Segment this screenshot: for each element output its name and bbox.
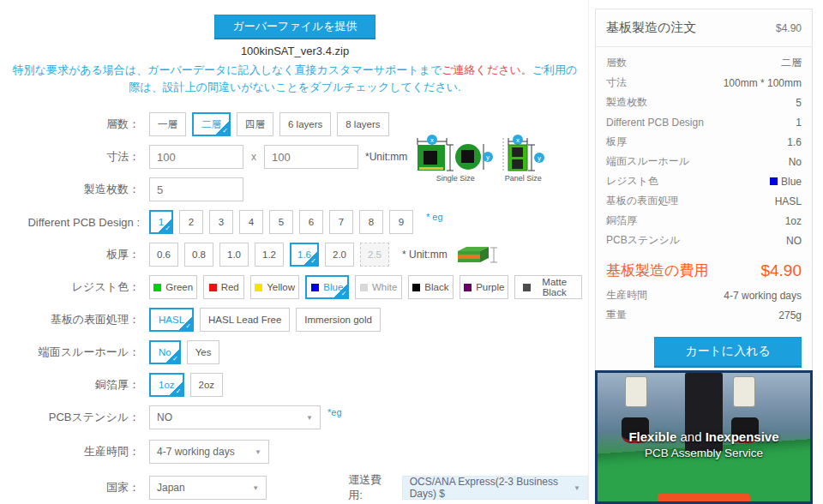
- color-option-red[interactable]: Red: [203, 275, 244, 299]
- country-select-value: Japan: [157, 482, 185, 494]
- design-eg-link[interactable]: * eg: [426, 212, 443, 222]
- ad-cta-button[interactable]: [658, 494, 750, 504]
- thickness-option-25: 2.5: [360, 243, 389, 267]
- thickness-option-20[interactable]: 2.0: [325, 243, 354, 267]
- country-label: 国家：: [0, 480, 149, 495]
- design-option-6[interactable]: 6: [299, 210, 323, 234]
- design-option-4[interactable]: 4: [239, 210, 263, 234]
- green-swatch: [153, 284, 161, 291]
- gerber-upload-button[interactable]: ガーバーファイルを提供: [214, 15, 375, 39]
- order-cost-value: $4.90: [760, 261, 802, 280]
- design-option-1[interactable]: 1: [149, 210, 173, 234]
- row-thickness: 板厚： 0.6 0.8 1.0 1.2 1.6 2.0 2.5 * Unit:m…: [0, 243, 588, 267]
- copper-option-2oz[interactable]: 2oz: [190, 373, 224, 397]
- red-swatch: [209, 284, 217, 291]
- order-summary-card: 基板製造の注文 $4.90 層数二層 寸法100mm * 100mm 製造枚数5…: [595, 9, 813, 379]
- svg-text:x: x: [516, 136, 520, 144]
- chevron-down-icon: ▼: [252, 484, 259, 492]
- order-cost-row: 基板製造の費用 $4.90: [596, 252, 812, 284]
- layers-option-4[interactable]: 四層: [237, 112, 273, 136]
- ad-machine-head-right: [733, 376, 755, 407]
- notice-contact-text: ご連絡ください。: [442, 63, 532, 76]
- svg-text:y: y: [486, 153, 490, 161]
- design-option-2[interactable]: 2: [179, 210, 203, 234]
- size-unit-label: *Unit:mm: [365, 151, 407, 163]
- shipping-select[interactable]: OCS/ANA Express(2-3 Business Days) $ ▼: [402, 476, 588, 500]
- finish-option-hasl-lead-free[interactable]: HASL Lead Free: [200, 308, 290, 332]
- leadtime-select-value: 4-7 working days: [157, 446, 235, 458]
- content-divider: [588, 0, 589, 504]
- size-height-input[interactable]: [264, 145, 358, 169]
- layers-option-2[interactable]: 二層: [192, 112, 231, 136]
- row-castellated-holes: 端面スルーホール： No Yes: [0, 340, 588, 364]
- summary-row-stencil: PCBステンシルNO: [606, 231, 802, 250]
- add-to-cart-button[interactable]: カートに入れる: [654, 337, 802, 366]
- quantity-input[interactable]: [149, 177, 243, 201]
- layers-option-8[interactable]: 8 layers: [337, 112, 388, 136]
- summary-row-weight: 重量275g: [606, 305, 802, 325]
- black-swatch: [412, 284, 420, 291]
- stencil-select[interactable]: NO ▼: [149, 405, 321, 429]
- summary-row-castellated: 端面スルーホールNo: [606, 152, 802, 171]
- purple-swatch: [464, 284, 472, 291]
- quantity-label: 製造枚数：: [0, 182, 149, 197]
- blue-swatch: [770, 177, 778, 185]
- panel-size-caption: Panel Size: [500, 174, 546, 183]
- chevron-down-icon: ▼: [574, 484, 580, 492]
- surface-finish-label: 基板の表面処理：: [0, 312, 149, 327]
- shipping-select-value: OCS/ANA Express(2-3 Business Days) $: [410, 476, 565, 500]
- thickness-option-12[interactable]: 1.2: [255, 243, 284, 267]
- order-card-header: 基板製造の注文 $4.90: [596, 9, 812, 47]
- design-option-5[interactable]: 5: [269, 210, 293, 234]
- thickness-option-16[interactable]: 1.6: [290, 243, 319, 267]
- country-select[interactable]: Japan ▼: [149, 476, 267, 500]
- design-count-label: Different PCB Design :: [0, 216, 149, 229]
- ad-subheadline: PCB Assembly Service: [598, 447, 810, 459]
- finish-option-immersion-gold[interactable]: Immersion gold: [296, 308, 381, 332]
- thickness-unit-label: * Unit:mm: [402, 249, 448, 261]
- pcb-assembly-ad-banner[interactable]: Flexible and Inexpensive PCB Assembly Se…: [595, 370, 813, 504]
- castellated-option-no[interactable]: No: [149, 340, 181, 364]
- thickness-option-08[interactable]: 0.8: [184, 243, 213, 267]
- finish-option-hasl[interactable]: HASL: [149, 308, 194, 332]
- design-option-9[interactable]: 9: [389, 210, 413, 234]
- thickness-label: 板厚：: [0, 247, 149, 262]
- castellated-label: 端面スルーホール：: [0, 345, 149, 360]
- color-option-black[interactable]: Black: [408, 275, 454, 299]
- stencil-eg-link[interactable]: *eg: [327, 407, 342, 417]
- color-option-purple[interactable]: Purple: [460, 275, 508, 299]
- design-option-7[interactable]: 7: [329, 210, 353, 234]
- layers-option-6[interactable]: 6 layers: [279, 112, 331, 136]
- row-stencil: PCBステンシル： NO ▼ *eg: [0, 405, 588, 429]
- svg-text:y: y: [538, 154, 541, 162]
- single-size-figure: x y Single Size: [416, 133, 495, 183]
- color-option-blue[interactable]: Blue: [305, 275, 349, 299]
- summary-row-leadtime: 生産時間4-7 working days: [606, 285, 802, 305]
- summary-row-layers: 層数二層: [606, 53, 802, 73]
- row-size: 寸法： x *Unit:mm x: [0, 145, 588, 169]
- row-solder-color: レジスト色： Green Red Yellow Blue White Black…: [0, 275, 588, 299]
- stencil-label: PCBステンシル：: [0, 410, 149, 425]
- size-width-input[interactable]: [149, 145, 243, 169]
- notice-text-before: 特別な要求がある場合は、ガーバーデータに記入しなく直接カスタマーサポートまで: [13, 63, 442, 76]
- color-option-green[interactable]: Green: [149, 275, 197, 299]
- thickness-option-06[interactable]: 0.6: [149, 243, 178, 267]
- color-option-white[interactable]: White: [355, 275, 401, 299]
- castellated-option-yes[interactable]: Yes: [187, 340, 220, 364]
- pcb-order-page: ガーバーファイルを提供 100kinSAT_ver3.4.zip 特別な要求があ…: [0, 0, 823, 504]
- copper-option-1oz[interactable]: 1oz: [149, 373, 184, 397]
- upload-notice: 特別な要求がある場合は、ガーバーデータに記入しなく直接カスタマーサポートまでご連…: [12, 62, 578, 96]
- leadtime-select[interactable]: 4-7 working days ▼: [149, 440, 269, 464]
- thickness-option-10[interactable]: 1.0: [219, 243, 249, 267]
- color-option-yellow[interactable]: Yellow: [250, 275, 299, 299]
- row-design-count: Different PCB Design : 1 2 3 4 5 6 7 8 9…: [0, 210, 588, 234]
- white-swatch: [360, 284, 368, 291]
- design-option-8[interactable]: 8: [359, 210, 383, 234]
- design-option-3[interactable]: 3: [209, 210, 233, 234]
- color-option-matte-black[interactable]: Matte Black: [514, 275, 582, 299]
- order-form: ガーバーファイルを提供 100kinSAT_ver3.4.zip 特別な要求があ…: [0, 0, 588, 504]
- ad-text: Flexible and Inexpensive PCB Assembly Se…: [598, 429, 810, 459]
- yellow-swatch: [255, 284, 262, 291]
- uploaded-filename: 100kinSAT_ver3.4.zip: [12, 45, 578, 57]
- layers-option-1[interactable]: 一層: [149, 112, 186, 136]
